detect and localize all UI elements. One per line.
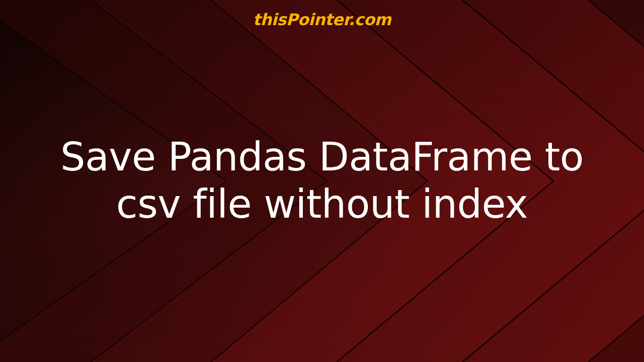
title-line-2: csv file without index bbox=[116, 182, 528, 227]
title-line-1: Save Pandas DataFrame to bbox=[60, 134, 584, 179]
main-title: Save Pandas DataFrame to csv file withou… bbox=[26, 134, 618, 228]
brand-logo-text: thisPointer.com bbox=[253, 10, 391, 29]
